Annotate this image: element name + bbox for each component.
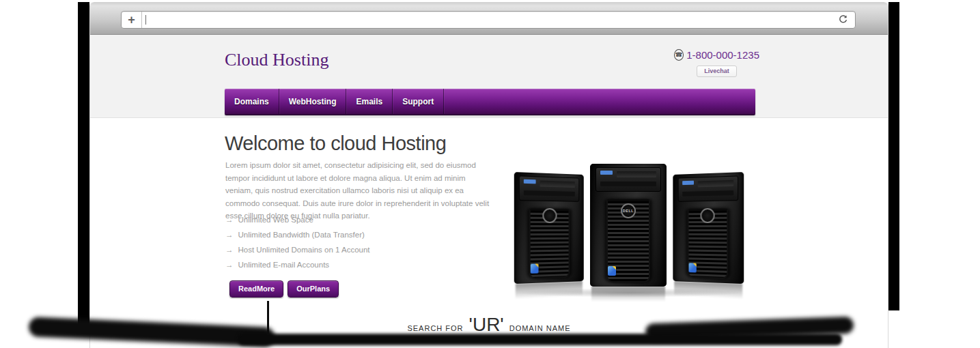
- contact-block: ☎ 1-800-000-1235 Livechat: [674, 49, 759, 77]
- reflection: [674, 281, 742, 302]
- nav-item-label: Support: [402, 97, 434, 106]
- site-logo: Cloud Hosting: [225, 50, 328, 70]
- search-prefix: SEARCH FOR: [407, 324, 463, 334]
- feature-item: → Unlimited Bandwidth (Data Transfer): [225, 231, 370, 239]
- feature-label: Unlimited E-mail Accounts: [238, 261, 330, 269]
- nav-item-support[interactable]: Support: [393, 89, 444, 114]
- feature-label: Unlimited Bandwidth (Data Transfer): [238, 231, 365, 239]
- feature-label: Unlimited Web Space: [238, 216, 313, 224]
- nav-item-label: Domains: [234, 97, 269, 106]
- right-bezel: [888, 2, 899, 310]
- drive-slot: [600, 182, 656, 186]
- intel-badge: [608, 266, 616, 276]
- reflection: [591, 287, 665, 304]
- intel-badge: [531, 263, 539, 273]
- nav-item-label: WebHosting: [289, 97, 337, 106]
- drive-bay: [519, 175, 579, 201]
- reload-icon: [838, 14, 848, 27]
- livechat-button[interactable]: Livechat: [697, 66, 737, 77]
- new-tab-button[interactable]: +: [122, 12, 142, 28]
- cta-buttons: ReadMore OurPlans: [229, 280, 339, 298]
- feature-item: → Unlimited Web Space: [225, 216, 370, 224]
- phone-number[interactable]: 1-800-000-1235: [686, 49, 759, 61]
- dell-logo: [542, 208, 557, 223]
- bottom-shadow-bar: [238, 334, 842, 345]
- nav-item-domains[interactable]: Domains: [225, 89, 279, 114]
- intro-paragraph: Lorem ipsum dolor sit amet, consectetur …: [225, 159, 494, 222]
- feature-label: Host Unlimited Domains on 1 Account: [238, 246, 370, 254]
- shadow-fold-line: [267, 301, 269, 335]
- arrow-icon: →: [225, 246, 234, 254]
- search-suffix: DOMAIN NAME: [509, 324, 571, 334]
- our-plans-button[interactable]: OurPlans: [288, 280, 339, 298]
- lcd-display: [682, 181, 694, 185]
- feature-item: → Unlimited E-mail Accounts: [225, 261, 370, 269]
- server-towers-image: DELL: [511, 164, 747, 304]
- lcd-display: [524, 179, 536, 184]
- phone-icon: ☎: [674, 49, 684, 61]
- server-tower-right: [673, 172, 744, 284]
- optical-drive: [617, 171, 656, 177]
- server-tower-middle: DELL: [590, 164, 667, 287]
- reflection: [516, 281, 583, 302]
- read-more-button[interactable]: ReadMore: [229, 280, 283, 298]
- nav-item-label: Emails: [356, 97, 382, 106]
- nav-item-webhosting[interactable]: WebHosting: [279, 89, 347, 114]
- drive-slot: [682, 190, 734, 197]
- arrow-icon: →: [225, 216, 234, 224]
- plus-icon: +: [128, 14, 135, 26]
- phone-row: ☎ 1-800-000-1235: [674, 49, 759, 61]
- drive-slot: [524, 190, 574, 197]
- feature-item: → Host Unlimited Domains on 1 Account: [225, 246, 370, 254]
- server-tower-left: [514, 172, 584, 284]
- nav-item-emails[interactable]: Emails: [346, 89, 393, 114]
- arrow-icon: →: [225, 261, 234, 269]
- url-input[interactable]: [146, 12, 855, 28]
- browser-window: + Cloud Hosting ☎: [89, 2, 888, 348]
- feature-list: → Unlimited Web Space → Unlimited Bandwi…: [225, 216, 370, 269]
- screenshot-canvas: + Cloud Hosting ☎: [0, 0, 980, 348]
- lcd-display: [600, 171, 613, 175]
- page-title: Welcome to cloud Hosting: [225, 132, 446, 155]
- browser-chrome: +: [90, 2, 888, 35]
- dell-logo: DELL: [621, 203, 636, 218]
- address-bar: +: [121, 11, 856, 29]
- dell-logo: [700, 208, 714, 223]
- arrow-icon: →: [225, 231, 234, 239]
- intel-badge: [688, 263, 696, 272]
- optical-drive: [697, 180, 733, 188]
- drive-bay: [677, 175, 738, 201]
- search-highlight: 'UR': [469, 315, 504, 334]
- left-bezel: [78, 2, 89, 326]
- drive-bay: [596, 167, 661, 192]
- main-nav: Domains WebHosting Emails Support: [225, 89, 755, 115]
- reload-button[interactable]: [837, 14, 849, 27]
- optical-drive: [540, 181, 575, 188]
